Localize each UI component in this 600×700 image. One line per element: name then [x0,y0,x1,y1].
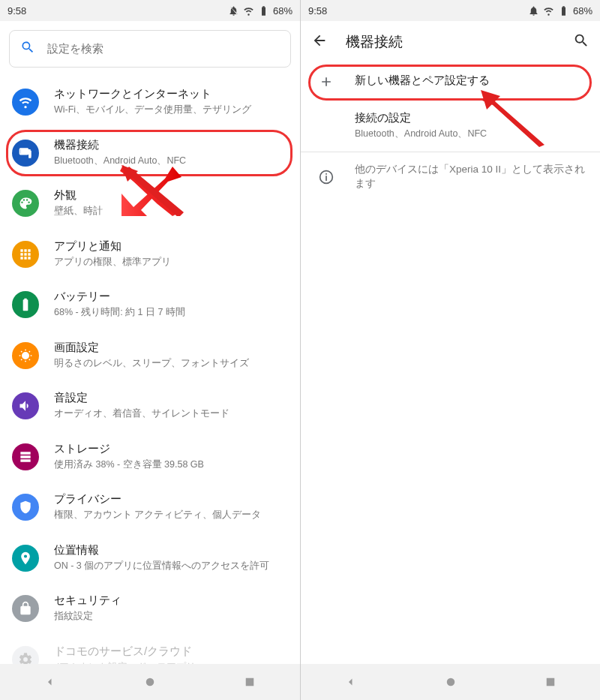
settings-item-sound[interactable]: 音設定オーディオ、着信音、サイレントモード [0,380,300,431]
storage-icon [12,443,39,470]
svg-point-9 [446,678,454,686]
gear-icon [12,646,39,665]
settings-item-appearance[interactable]: 外観壁紙、時計 [0,178,300,229]
status-time: 9:58 [308,5,327,17]
settings-item-privacy[interactable]: プライバシー権限、アカウント アクティビティ、個人データ [0,482,300,533]
privacy-icon [12,494,39,521]
settings-item-location[interactable]: 位置情報ON - 3 個のアプリに位置情報へのアクセスを許可 [0,533,300,584]
info-text: 他のデバイスには「Xperia 10 II」として表示されます [355,163,588,191]
connection-preferences[interactable]: 接続の設定Bluetooth、Android Auto、NFC [301,101,600,152]
palette-icon [12,190,39,217]
settings-item-battery[interactable]: バッテリー68% - 残り時間: 約 1 日 7 時間 [0,279,300,330]
location-icon [12,545,39,572]
item-title: 接続の設定 [355,111,588,125]
svg-rect-1 [28,150,31,156]
nav-back[interactable] [42,674,58,690]
apps-icon [12,241,39,268]
device-visibility-info: 他のデバイスには「Xperia 10 II」として表示されます [301,152,600,202]
item-title: 外観 [54,188,288,203]
dnd-icon [528,5,539,17]
item-subtitle: 明るさのレベル、スリープ、フォントサイズ [54,357,288,371]
devices-icon [12,140,39,167]
item-title: セキュリティ [54,593,288,608]
nav-home[interactable] [442,674,459,690]
search-placeholder: 設定を検索 [47,42,104,56]
page-title: 機器接続 [346,32,403,52]
item-subtitle: Bluetooth、Android Auto、NFC [54,155,288,168]
nav-home[interactable] [142,674,158,690]
item-title: ストレージ [54,442,288,456]
status-bar: 9:58 68% [0,0,300,21]
battery-percent: 68% [573,5,592,17]
item-title: アプリと通知 [54,239,288,254]
dnd-icon [228,5,239,17]
navigation-bar [0,664,300,700]
item-title: プライバシー [54,492,288,506]
plus-icon [313,74,340,89]
item-title: ドコモのサービス/クラウド [54,644,288,659]
item-subtitle: Bluetooth、Android Auto、NFC [355,128,588,141]
item-title: バッテリー [54,290,288,304]
battery-percent: 68% [273,5,292,17]
item-subtitle: Wi-Fi、モバイル、データ使用量、テザリング [54,104,288,117]
battery-icon [558,5,569,17]
item-title: 位置情報 [54,543,288,557]
item-title: ネットワークとインターネット [54,87,288,101]
settings-item-network[interactable]: ネットワークとインターネットWi-Fi、モバイル、データ使用量、テザリング [0,77,300,128]
volume-icon [12,392,39,419]
item-subtitle: 壁紙、時計 [54,205,288,218]
settings-search[interactable]: 設定を検索 [9,30,291,68]
search-icon [20,40,35,58]
connected-devices-screen: 9:58 68% 機器接続 新しい機器とペア設定する 接続の設定Bluetoot… [300,0,600,700]
lock-icon [12,595,39,622]
nav-recent[interactable] [242,674,258,690]
item-subtitle: 権限、アカウント アクティビティ、個人データ [54,509,288,522]
settings-item-connected-devices[interactable]: 機器接続Bluetooth、Android Auto、NFC [0,128,300,179]
wifi-icon [543,5,554,17]
item-subtitle: ON - 3 個のアプリに位置情報へのアクセスを許可 [54,560,288,573]
svg-rect-10 [546,678,554,686]
item-subtitle: アプリの権限、標準アプリ [54,256,288,269]
pair-new-device[interactable]: 新しい機器とペア設定する [301,63,600,101]
app-bar: 機器接続 [301,21,600,63]
status-bar: 9:58 68% [301,0,600,21]
item-subtitle: 使用済み 38% - 空き容量 39.58 GB [54,458,288,472]
battery-icon [258,5,269,17]
item-subtitle: 68% - 残り時間: 約 1 日 7 時間 [54,306,288,320]
item-subtitle: dアカウント設定、ドコモアプリ [54,661,288,665]
item-subtitle: 指紋設定 [54,610,288,623]
back-button[interactable] [311,32,328,52]
settings-item-display[interactable]: 画面設定明るさのレベル、スリープ、フォントサイズ [0,330,300,381]
item-subtitle: オーディオ、着信音、サイレントモード [54,407,288,421]
wifi-icon [12,89,39,116]
battery-icon [12,291,39,318]
brightness-icon [12,342,39,369]
settings-item-apps[interactable]: アプリと通知アプリの権限、標準アプリ [0,229,300,280]
item-title: 新しい機器とペア設定する [355,74,588,88]
item-title: 機器接続 [54,138,288,152]
info-icon [313,170,340,185]
search-button[interactable] [573,32,590,52]
navigation-bar [301,664,600,700]
settings-main-screen: 9:58 68% 設定を検索 ネットワークとインターネットWi-Fi、モバイル、… [0,0,300,700]
settings-item-docomo[interactable]: ドコモのサービス/クラウドdアカウント設定、ドコモアプリ [0,634,300,665]
item-title: 音設定 [54,391,288,405]
item-title: 画面設定 [54,341,288,355]
settings-item-security[interactable]: セキュリティ指紋設定 [0,583,300,634]
status-time: 9:58 [8,5,26,17]
nav-recent[interactable] [542,674,559,690]
svg-rect-7 [246,678,254,686]
svg-point-6 [146,678,154,686]
settings-item-storage[interactable]: ストレージ使用済み 38% - 空き容量 39.58 GB [0,431,300,482]
wifi-icon [243,5,254,17]
nav-back[interactable] [343,674,359,690]
